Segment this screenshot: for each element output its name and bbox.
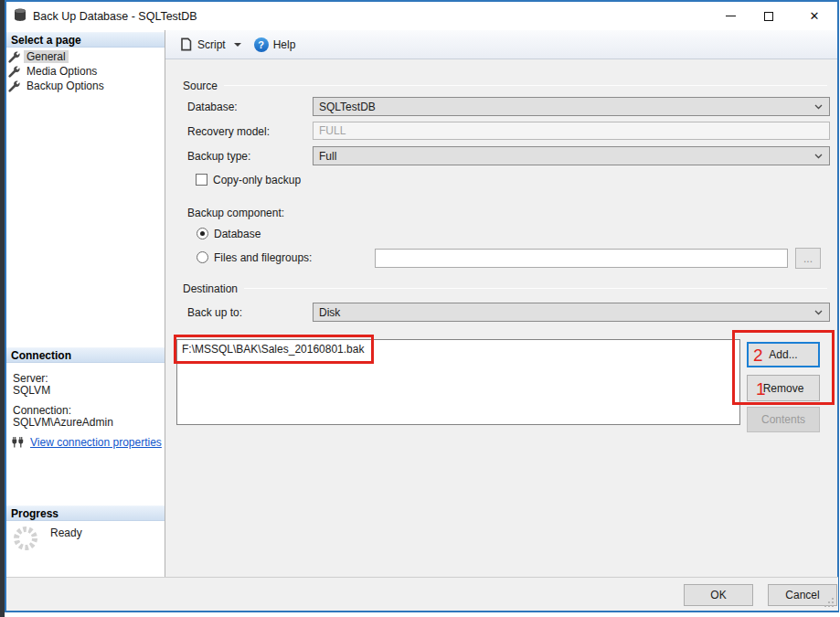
sidebar-item-label: Media Options	[24, 65, 100, 78]
recovery-model-value: FULL	[319, 124, 346, 137]
sidebar-item-media-options[interactable]: Media Options	[8, 64, 162, 79]
files-filegroups-radio[interactable]	[197, 251, 208, 263]
source-group-line	[224, 85, 827, 86]
wrench-icon	[8, 51, 20, 63]
database-combobox[interactable]: SQLTestDB	[313, 97, 830, 116]
destination-group-line	[244, 288, 827, 289]
files-filegroups-input[interactable]	[375, 249, 788, 268]
script-label: Script	[197, 38, 226, 51]
back-up-to-label: Back up to:	[187, 306, 242, 319]
sidebar-item-general[interactable]: General	[8, 49, 162, 64]
destination-group-label: Destination	[183, 282, 238, 295]
connection-plug-icon	[11, 437, 25, 448]
connection-header: Connection	[6, 347, 165, 363]
database-radio-label[interactable]: Database	[214, 228, 261, 240]
help-button[interactable]: ? Help	[250, 35, 300, 55]
contents-button[interactable]: Contents	[747, 407, 820, 432]
backup-type-value: Full	[319, 150, 336, 163]
script-dropdown-icon[interactable]	[234, 43, 241, 47]
recovery-model-field: FULL	[313, 122, 830, 140]
database-label: Database:	[187, 101, 238, 113]
browse-button[interactable]: ...	[795, 248, 821, 269]
files-filegroups-radio-label[interactable]: Files and filegroups:	[214, 251, 312, 264]
maximize-button[interactable]	[753, 2, 784, 30]
database-radio[interactable]	[197, 228, 208, 239]
recovery-model-label: Recovery model:	[187, 125, 270, 138]
copy-only-backup-label[interactable]: Copy-only backup	[213, 174, 301, 186]
close-button[interactable]: ✕	[799, 2, 830, 30]
chevron-down-icon	[814, 104, 823, 110]
server-label: Server:	[13, 372, 48, 385]
annotation-box-file-path	[174, 335, 374, 364]
screenshot-root: Back Up Database - SQLTestDB ✕ Select a …	[0, 0, 840, 617]
view-connection-properties-link[interactable]: View connection properties	[30, 436, 162, 449]
sidebar-item-label: General	[24, 50, 69, 63]
source-group-label: Source	[183, 80, 218, 92]
script-button[interactable]: Script	[175, 35, 245, 54]
help-icon: ?	[254, 37, 269, 52]
minimize-button[interactable]	[715, 2, 746, 30]
sidebar	[6, 30, 165, 577]
minimize-icon	[726, 16, 736, 16]
chevron-down-icon	[814, 154, 823, 159]
progress-spinner-icon	[12, 525, 39, 552]
close-icon: ✕	[810, 10, 820, 22]
connection-value: SQLVM\AzureAdmin	[13, 416, 113, 429]
sidebar-item-backup-options[interactable]: Backup Options	[8, 79, 162, 93]
view-connection-properties-row: View connection properties	[11, 436, 162, 449]
database-value: SQLTestDB	[319, 101, 376, 113]
progress-status: Ready	[50, 527, 82, 539]
select-a-page-header: Select a page	[6, 32, 165, 48]
wrench-icon	[8, 66, 20, 78]
backup-type-combobox[interactable]: Full	[313, 146, 830, 165]
annotation-step-2: 2	[753, 346, 763, 364]
window-title: Back Up Database - SQLTestDB	[33, 2, 197, 30]
copy-only-backup-checkbox[interactable]	[196, 174, 207, 186]
progress-header: Progress	[6, 505, 165, 521]
ok-button[interactable]: OK	[684, 584, 753, 606]
maximize-icon	[764, 12, 773, 21]
server-value: SQLVM	[13, 384, 50, 397]
resize-grip[interactable]	[824, 597, 835, 609]
connection-label: Connection:	[13, 404, 71, 417]
wrench-icon	[8, 80, 20, 92]
back-up-to-value: Disk	[319, 306, 340, 319]
sidebar-item-label: Backup Options	[24, 80, 107, 92]
annotation-step-1: 1	[756, 380, 766, 398]
back-up-to-combobox[interactable]: Disk	[313, 303, 830, 322]
backup-type-label: Backup type:	[187, 150, 250, 163]
help-label: Help	[273, 38, 296, 51]
toolbar: Script ? Help	[165, 30, 837, 59]
script-icon	[179, 37, 193, 51]
database-icon	[13, 8, 27, 22]
annotation-box-add-remove	[732, 330, 835, 405]
chevron-down-icon	[814, 310, 823, 315]
backup-component-label: Backup component:	[187, 207, 284, 219]
